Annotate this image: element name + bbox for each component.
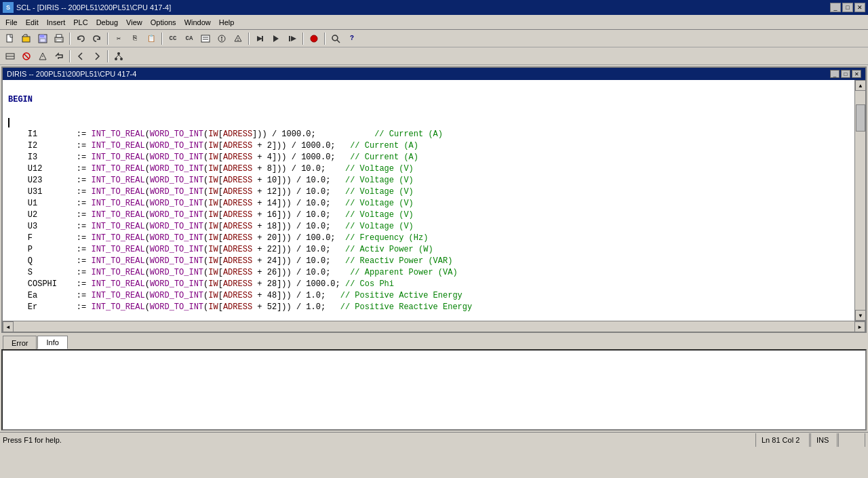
menu-file[interactable]: File	[1, 15, 22, 29]
var-cosphi: COSPHI	[28, 279, 57, 289]
close-button[interactable]: ✕	[854, 3, 865, 12]
nav-btn3[interactable]	[35, 49, 50, 64]
output-panel	[1, 349, 867, 431]
minimize-button[interactable]: _	[830, 3, 841, 12]
var-f: F	[28, 233, 33, 243]
var-u2: U2	[28, 210, 37, 220]
search-button[interactable]	[328, 31, 343, 46]
var-u1: U1	[28, 199, 37, 208]
var-ea: Ea	[28, 291, 37, 300]
title-bar-buttons[interactable]: _ □ ✕	[830, 3, 865, 12]
next-btn[interactable]	[90, 49, 104, 64]
svg-point-31	[117, 52, 120, 55]
menu-window[interactable]: Window	[180, 15, 215, 29]
menu-help[interactable]: Help	[215, 15, 239, 29]
save-button[interactable]	[35, 31, 50, 46]
menu-edit[interactable]: Edit	[22, 15, 43, 29]
vertical-scrollbar[interactable]: ▲ ▼	[854, 80, 865, 321]
menu-insert[interactable]: Insert	[43, 15, 70, 29]
sep1	[69, 33, 71, 45]
begin-label: BEGIN	[8, 95, 33, 104]
var-i3: I3	[28, 153, 37, 162]
svg-line-35	[119, 55, 121, 58]
inner-maximize[interactable]: □	[841, 70, 850, 78]
svg-rect-1	[22, 37, 30, 42]
toolbar-1: ✂ ⎘ 📋 CC CA ?	[0, 30, 868, 47]
paste-button[interactable]: 📋	[144, 31, 159, 46]
sep4	[248, 33, 250, 45]
status-right: Ln 81 Col 2 INS	[755, 433, 865, 447]
scroll-left-button[interactable]: ◄	[3, 321, 14, 332]
inner-title-bar: DIRIS -- 200PL51\200PL51\CPU 417-4 _ □ ✕	[3, 68, 865, 80]
maximize-button[interactable]: □	[842, 3, 853, 12]
svg-line-24	[337, 40, 340, 43]
var-er: Er	[28, 302, 37, 312]
svg-rect-4	[40, 39, 45, 42]
title-bar: S SCL - [DIRIS -- 200PL51\200PL51\CPU 41…	[0, 0, 868, 15]
prev-btn[interactable]	[73, 49, 88, 64]
compile-all-button[interactable]: CA	[182, 31, 197, 46]
code-editor[interactable]: BEGIN I1 := INT_TO_REAL(WORD_TO_INT(IW[A…	[3, 80, 854, 321]
step-over-button[interactable]	[252, 31, 267, 46]
nav-btn1[interactable]	[3, 49, 18, 64]
menu-options[interactable]: Options	[146, 15, 180, 29]
sep8	[107, 50, 108, 62]
caps-lock-indicator	[838, 433, 865, 447]
compile-button[interactable]: CC	[165, 31, 180, 46]
tab-info[interactable]: Info	[37, 336, 67, 349]
scroll-up-button[interactable]: ▲	[855, 80, 866, 91]
sep5	[302, 33, 304, 45]
svg-line-34	[116, 55, 119, 58]
button6[interactable]	[198, 31, 213, 46]
svg-line-28	[24, 54, 28, 58]
button8[interactable]	[231, 31, 245, 46]
svg-marker-19	[273, 35, 279, 42]
new-button[interactable]	[3, 31, 18, 46]
tab-error[interactable]: Error	[3, 336, 37, 349]
menu-view[interactable]: View	[122, 15, 146, 29]
help-button[interactable]: ?	[344, 31, 359, 46]
scroll-thumb[interactable]	[856, 104, 865, 132]
menu-plc[interactable]: PLC	[69, 15, 92, 29]
var-u31: U31	[28, 187, 43, 197]
status-bar: Press F1 for help. Ln 81 Col 2 INS	[0, 432, 868, 447]
inner-minimize[interactable]: _	[830, 70, 840, 78]
tab-bar: Error Info	[0, 334, 868, 349]
menu-debug[interactable]: Debug	[92, 15, 122, 29]
svg-rect-8	[201, 35, 210, 42]
svg-point-16	[237, 39, 239, 41]
step-into-button[interactable]	[269, 31, 283, 46]
scroll-right-button[interactable]: ►	[854, 321, 865, 332]
var-u3: U3	[28, 222, 37, 231]
svg-point-13	[221, 39, 222, 41]
redo-button[interactable]	[90, 31, 104, 46]
nav-btn2[interactable]	[19, 49, 34, 64]
button7[interactable]	[214, 31, 229, 46]
print-button[interactable]	[52, 31, 66, 46]
undo-button[interactable]	[73, 31, 88, 46]
open-button[interactable]	[19, 31, 34, 46]
var-i2: I2	[28, 141, 37, 151]
var-i1: I1	[28, 130, 37, 139]
copy-button[interactable]: ⎘	[127, 31, 142, 46]
menu-bar: File Edit Insert PLC Debug View Options …	[0, 15, 868, 30]
sep2	[107, 33, 108, 45]
var-q: Q	[28, 256, 33, 266]
svg-point-32	[115, 58, 117, 60]
cut-button[interactable]: ✂	[111, 31, 126, 46]
inner-close[interactable]: ✕	[852, 70, 861, 78]
sep7	[69, 50, 71, 62]
var-p: P	[28, 245, 33, 254]
call-hierarchy-btn[interactable]	[111, 49, 126, 64]
inner-title-buttons[interactable]: _ □ ✕	[830, 70, 861, 78]
svg-rect-3	[40, 35, 44, 37]
breakpoint-button[interactable]	[307, 31, 321, 46]
svg-point-23	[332, 35, 338, 41]
scroll-down-button[interactable]: ▼	[855, 310, 866, 321]
insert-mode: INS	[810, 433, 837, 447]
svg-point-33	[120, 58, 123, 60]
nav-btn4[interactable]	[52, 49, 66, 64]
svg-rect-0	[7, 35, 12, 42]
title-text: SCL - [DIRIS -- 200PL51\200PL51\CPU 417-…	[16, 3, 171, 12]
step-out-button[interactable]	[285, 31, 300, 46]
